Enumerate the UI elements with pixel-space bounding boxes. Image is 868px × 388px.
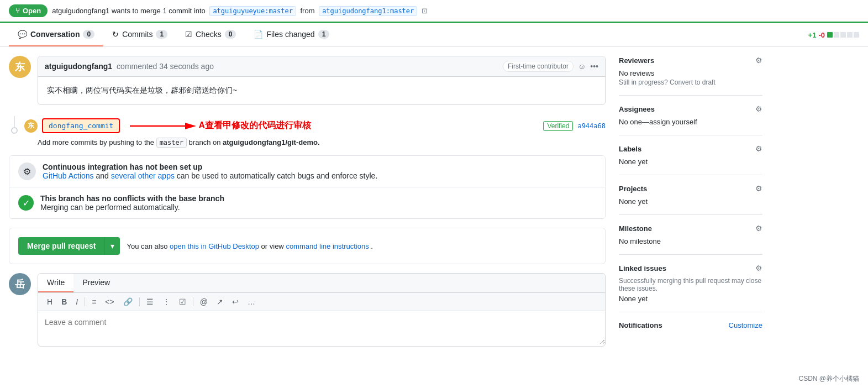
commenter-avatar: 东	[9, 56, 31, 78]
annotation: A查看甲修改的代码进行审核	[130, 119, 311, 133]
tab-conversation[interactable]: 💬 Conversation 0	[9, 23, 103, 46]
ci-title: Continuous integration has not been set …	[43, 162, 202, 171]
projects-value: None yet	[619, 197, 762, 206]
write-tabs: Write Preview	[38, 274, 605, 293]
toolbar-task-list[interactable]: ☑	[177, 296, 188, 307]
push-note: Add more commits by pushing to the maste…	[9, 138, 606, 146]
assignees-value[interactable]: No one—assign yourself	[619, 118, 762, 126]
commit-timeline	[11, 114, 18, 134]
arrow-svg	[130, 119, 196, 133]
merge-note: You can also open this in GitHub Desktop…	[127, 242, 372, 250]
toolbar-divider-3	[193, 297, 193, 306]
toolbar-unordered-list[interactable]: ☰	[144, 296, 156, 307]
base-branch[interactable]: atguiguyueyue:master	[209, 6, 296, 16]
git-merge-icon: ⑂	[15, 7, 20, 15]
commit-hash[interactable]: a944a68	[577, 122, 606, 130]
toolbar-more[interactable]: …	[245, 296, 257, 307]
labels-title: Labels	[619, 145, 641, 153]
commit-link[interactable]: dongfang_commit	[42, 118, 120, 133]
comment-icon: 💬	[18, 30, 27, 39]
linked-issues-gear-icon[interactable]: ⚙	[755, 264, 762, 272]
checks-icon: ☑	[185, 30, 192, 39]
write-toolbar: H B I ≡ <> 🔗 ☰ ⋮ ☑ @ ↗ ↩ …	[38, 293, 605, 311]
toolbar-bold[interactable]: B	[59, 296, 69, 307]
write-area-wrapper: 岳 Write Preview H B I ≡ <> 🔗 ☰ ⋮	[9, 273, 606, 347]
commenter-avatar-col: 东	[9, 56, 31, 105]
toolbar-code[interactable]: <>	[103, 296, 116, 307]
tabs-bar: 💬 Conversation 0 ↻ Commits 1 ☑ Checks 0 …	[0, 23, 868, 47]
contributor-badge: First-time contributor	[503, 61, 574, 72]
commit-avatar: 东	[24, 119, 38, 133]
branch-check-title: This branch has no conflicts with the ba…	[40, 194, 224, 203]
sidebar-assignees: Assignees ⚙ No one—assign yourself	[619, 104, 762, 135]
other-apps-link[interactable]: several other apps	[111, 171, 175, 180]
toolbar-divider-2	[139, 297, 140, 306]
write-area-box: Write Preview H B I ≡ <> 🔗 ☰ ⋮ ☑ @	[38, 273, 606, 347]
merge-dropdown-button[interactable]: ▾	[104, 237, 120, 255]
commits-count: 1	[156, 30, 167, 39]
milestone-title: Milestone	[619, 224, 652, 233]
preview-tab[interactable]: Preview	[73, 274, 119, 292]
branch-code: master	[156, 138, 187, 148]
tab-checks[interactable]: ☑ Checks 0	[176, 23, 245, 46]
conversation-label: Conversation	[30, 30, 80, 39]
reviewers-gear-icon[interactable]: ⚙	[755, 56, 762, 65]
ci-text: Continuous integration has not been set …	[43, 162, 377, 180]
command-line-instructions-link[interactable]: command line instructions	[286, 242, 369, 250]
linked-issues-title: Linked issues	[619, 264, 666, 272]
assignees-gear-icon[interactable]: ⚙	[755, 104, 762, 113]
commit-details: 东 dongfang_commit A查看甲修改的代码进行审核 Verified…	[24, 114, 606, 133]
copy-icon[interactable]: ⊡	[422, 7, 428, 15]
comment-header-left: atguigudongfang1 commented 34 seconds ag…	[45, 62, 214, 71]
notifications-header: Notifications Customize	[619, 321, 762, 329]
merge-pull-request-button[interactable]: Merge pull request	[18, 237, 104, 255]
open-github-desktop-link[interactable]: open this in GitHub Desktop	[170, 242, 259, 250]
labels-gear-icon[interactable]: ⚙	[755, 144, 762, 153]
write-tab[interactable]: Write	[38, 274, 73, 292]
comment-text: 实不相瞒，两位写代码实在是垃圾，辟邪剑谱送给你们~	[47, 86, 596, 96]
customize-link[interactable]: Customize	[729, 321, 762, 329]
content-area: 东 atguigudongfang1 commented 34 seconds …	[9, 56, 606, 352]
head-branch[interactable]: atguigudongfang1:master	[319, 6, 417, 16]
toolbar-ordered-list[interactable]: ⋮	[160, 296, 172, 307]
branch-check-subtitle: Merging can be performed automatically.	[40, 203, 180, 212]
linked-issues-desc: Successfully merging this pull request m…	[619, 277, 762, 292]
more-options-icon[interactable]: •••	[590, 62, 598, 71]
diff-block-5	[854, 32, 859, 38]
diff-block-2	[834, 32, 839, 38]
assignees-title: Assignees	[619, 105, 655, 113]
toolbar-mention[interactable]: @	[198, 296, 210, 307]
comment-author[interactable]: atguigudongfang1	[45, 62, 112, 71]
checks-label: Checks	[196, 30, 222, 39]
open-badge: ⑂ Open	[9, 4, 48, 17]
comment-time: commented 34 seconds ago	[117, 62, 214, 71]
commit-dot	[11, 127, 18, 134]
tab-files-changed[interactable]: 📄 Files changed 1	[245, 23, 338, 46]
github-actions-link[interactable]: GitHub Actions	[43, 171, 94, 180]
toolbar-undo[interactable]: ↩	[230, 296, 241, 307]
diff-block-1	[827, 32, 833, 38]
sidebar-milestone: Milestone ⚙ No milestone	[619, 224, 762, 255]
reviewers-sub[interactable]: Still in progress? Convert to draft	[619, 78, 762, 86]
toolbar-heading[interactable]: H	[45, 296, 55, 307]
files-changed-count: 1	[318, 30, 330, 39]
sidebar-projects: Projects ⚙ None yet	[619, 184, 762, 215]
top-bar: ⑂ Open atguigudongfang1 wants to merge 1…	[0, 0, 868, 23]
labels-value: None yet	[619, 158, 762, 166]
tab-commits[interactable]: ↻ Commits 1	[103, 23, 176, 46]
toolbar-ref[interactable]: ↗	[214, 296, 225, 307]
toolbar-italic[interactable]: I	[73, 296, 80, 307]
emoji-icon[interactable]: ☺	[578, 62, 586, 71]
toolbar-link[interactable]: 🔗	[121, 296, 135, 307]
comment-input[interactable]	[38, 311, 605, 344]
linked-issues-header: Linked issues ⚙	[619, 264, 762, 272]
projects-title: Projects	[619, 185, 647, 193]
comment-header-right: First-time contributor ☺ •••	[503, 61, 598, 72]
projects-header: Projects ⚙	[619, 184, 762, 193]
projects-gear-icon[interactable]: ⚙	[755, 184, 762, 193]
commit-row: 东 dongfang_commit A查看甲修改的代码进行审核 Verified…	[9, 114, 606, 134]
milestone-gear-icon[interactable]: ⚙	[755, 224, 762, 233]
toolbar-quote[interactable]: ≡	[90, 296, 98, 307]
milestone-value: No milestone	[619, 237, 762, 245]
reviewers-header: Reviewers ⚙	[619, 56, 762, 65]
